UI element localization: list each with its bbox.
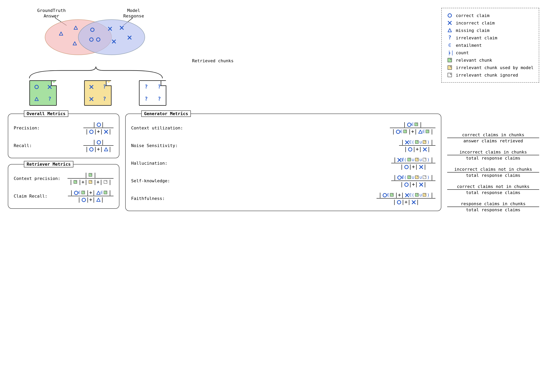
context-util-row: Context utilization: |∈| |∈|+|∈| (131, 119, 435, 137)
venn-diagram-area: GroundTruthAnswer ModelResponse Retrieve (8, 8, 433, 110)
top-section: GroundTruthAnswer ModelResponse Retrieve (8, 8, 539, 110)
chunk-irrelevant-ignored (139, 80, 166, 106)
legend-entailment: entailment (456, 43, 482, 48)
claim-recall-row: Claim Recall: |∈|+|∈| ||+|| (14, 187, 114, 205)
desc-cu-num: correct claims in chunks (461, 132, 526, 138)
desc-selfk-num: correct claims not in chunks (456, 184, 531, 189)
svg-point-9 (78, 20, 145, 55)
legend-count: count (456, 50, 469, 55)
legend-relevant-chunk: relevant chunk (456, 58, 492, 63)
legend-irrelevant-used: irrelevant chunk used by model (456, 65, 533, 70)
metrics-section: Overall Metrics Precision: || ||+|| Reca… (8, 114, 539, 215)
chunk-relevant (29, 80, 57, 106)
noise-row: Noise Sensitivity: |∈(∪)| ||+|| (131, 137, 435, 154)
selfknowledge-row: Self-knowledge: |∉(∪∪)| ||+|| (131, 172, 435, 190)
desc-noise-den: total response claims (465, 155, 522, 161)
retriever-metrics-panel: Retriever Metrics Context precision: || … (8, 164, 119, 209)
desc-hall-num: incorrect claims not in chunks (453, 166, 533, 172)
desc-noise-num: incorrect claims in chunks (458, 149, 528, 155)
desc-cu-den: answer claims retrieved (462, 138, 524, 144)
hallucination-row: Hallucination: |∉(∪∪)| ||+|| (131, 154, 435, 172)
generator-metrics-panel: Generator Metrics Context utilization: |… (125, 114, 441, 211)
recall-row: Recall: || ||+|| (14, 137, 114, 154)
legend-incorrect: incorrect claim (456, 21, 495, 26)
overall-metrics-panel: Overall Metrics Precision: || ||+|| Reca… (8, 114, 119, 158)
faithfulness-row: Faithfulness: |∈|+|∈(∪)| ||+|| (131, 190, 435, 207)
legend-irrelevant: irrelevant claim (456, 35, 497, 40)
venn-svg (31, 10, 168, 61)
legend-irrelevant-ignored: irrelevant chunk ignored (456, 73, 518, 77)
retriever-title: Retriever Metrics (24, 161, 73, 167)
retrieved-chunks-label: Retrieved chunks (0, 58, 426, 63)
desc-selfk-den: total response claims (465, 190, 522, 195)
legend: correct claim incorrect claim missing cl… (441, 8, 539, 83)
desc-faith-num: response claims in chunks (459, 201, 527, 206)
descriptions-column: correct claims in chunksanswer claims re… (447, 114, 539, 215)
context-precision-row: Context precision: || ||+||+|| (14, 170, 114, 187)
chunk-irrelevant-used (84, 80, 112, 106)
legend-missing: missing claim (456, 28, 489, 33)
generator-title: Generator Metrics (141, 110, 191, 117)
desc-hall-den: total response claims (465, 172, 522, 178)
legend-correct: correct claim (456, 13, 489, 18)
brace (25, 65, 166, 80)
overall-title: Overall Metrics (24, 110, 68, 117)
precision-row: Precision: || ||+|| (14, 119, 114, 137)
desc-faith-den: total response claims (465, 207, 522, 213)
